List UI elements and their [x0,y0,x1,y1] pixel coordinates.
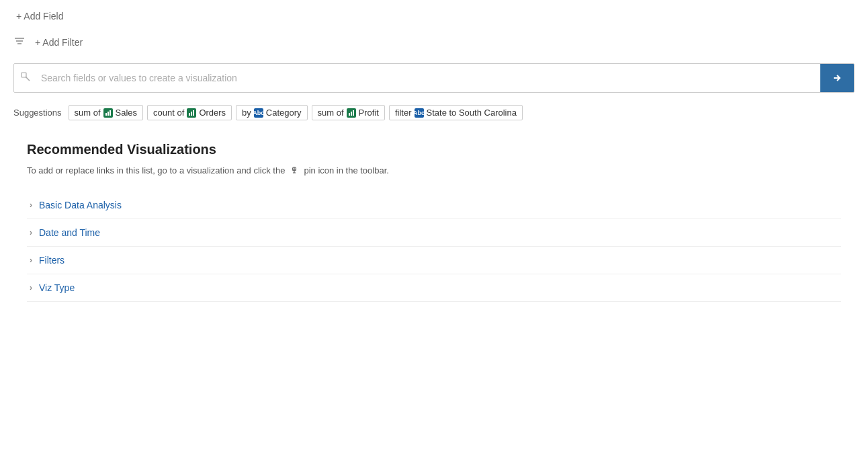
viz-list-item-filters[interactable]: › Filters [27,247,841,274]
add-filter-label: + Add Filter [35,37,83,48]
chip-sum-profit[interactable]: sum of Profit [312,105,385,120]
suggestions-label: Suggestions [13,108,62,118]
recommended-desc-text1: To add or replace links in this list, go… [27,165,285,175]
chevron-filters-icon: › [30,255,32,265]
chip-by-category-text: Category [266,108,302,118]
viz-list-item-basic-data[interactable]: › Basic Data Analysis [27,192,841,219]
viz-list-item-filters-label: Filters [39,255,64,266]
chevron-basic-data-icon: › [30,200,32,210]
chip-count-orders-prefix: count of [153,108,184,118]
chip-sum-sales[interactable]: sum of Sales [69,105,144,120]
search-submit-button[interactable] [820,64,854,92]
chip-filter-state-text: State to South Carolina [427,108,517,118]
chip-by-category-prefix: by [242,108,251,118]
chevron-date-time-icon: › [30,228,32,237]
chip-sum-sales-prefix: sum of [75,108,101,118]
svg-rect-3 [21,73,26,77]
search-input[interactable] [38,67,820,89]
add-field-button[interactable]: + Add Field [13,9,66,23]
chip-count-orders-icon [187,108,196,118]
svg-rect-6 [107,112,109,116]
svg-rect-12 [351,112,352,116]
main-content: Recommended Visualizations To add or rep… [0,131,868,313]
recommended-description: To add or replace links in this list, go… [27,165,841,175]
svg-rect-8 [189,113,190,116]
viz-list-item-viz-type-label: Viz Type [39,282,75,293]
suggestions-row: Suggestions sum of Sales count of Orders… [0,101,868,131]
add-field-label: + Add Field [16,11,63,22]
chip-sum-profit-prefix: sum of [318,108,344,118]
chip-count-orders[interactable]: count of Orders [147,105,232,120]
svg-rect-13 [353,110,354,116]
chip-sum-profit-text: Profit [359,108,379,118]
pin-icon [290,166,299,175]
viz-list: › Basic Data Analysis › Date and Time › … [27,192,841,302]
chevron-viz-type-icon: › [30,283,32,292]
search-section [0,58,868,101]
chip-sum-sales-icon [103,108,113,118]
svg-rect-5 [105,113,107,116]
chip-by-category-icon: Abc [254,108,263,118]
recommended-title: Recommended Visualizations [27,142,841,157]
chip-filter-state[interactable]: filter Abc State to South Carolina [389,105,523,120]
search-bar-icon [14,67,38,90]
chip-filter-state-icon: Abc [415,108,424,118]
svg-rect-9 [191,112,192,116]
viz-list-item-viz-type[interactable]: › Viz Type [27,274,841,302]
chip-sum-sales-text: Sales [116,108,138,118]
filter-icon [13,35,27,50]
chip-by-category[interactable]: by Abc Category [236,105,307,120]
svg-rect-7 [110,110,111,116]
add-filter-button[interactable]: + Add Filter [32,36,85,49]
chip-count-orders-text: Orders [199,108,226,118]
viz-list-item-date-time[interactable]: › Date and Time [27,219,841,247]
chip-filter-state-prefix: filter [395,108,412,118]
svg-line-4 [26,77,30,81]
recommended-desc-text2: pin icon in the toolbar. [304,165,388,175]
viz-list-item-basic-data-label: Basic Data Analysis [39,200,122,210]
svg-rect-11 [349,113,350,116]
chip-sum-profit-icon [347,108,356,118]
svg-rect-10 [193,110,194,116]
search-bar-container [13,63,855,93]
viz-list-item-date-time-label: Date and Time [39,227,100,238]
